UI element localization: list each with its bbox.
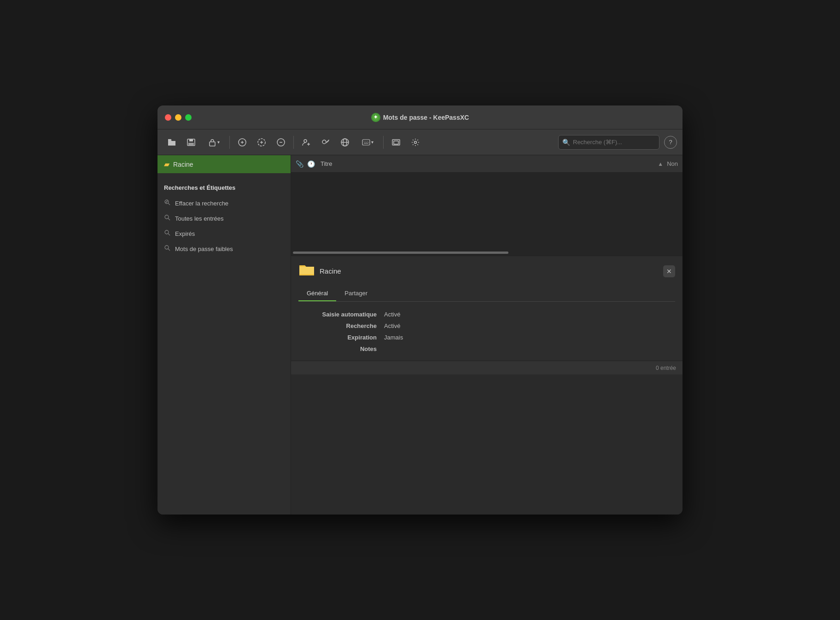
sidebar-item-expires[interactable]: Expirés bbox=[158, 226, 291, 241]
field-recherche: Recherche Activé bbox=[298, 322, 675, 329]
sidebar-item-effacer[interactable]: Effacer la recherche bbox=[158, 196, 291, 211]
tab-partager[interactable]: Partager bbox=[336, 286, 376, 301]
screenshot-button[interactable] bbox=[387, 134, 405, 151]
svg-rect-2 bbox=[188, 143, 194, 145]
field-notes: Notes bbox=[298, 345, 675, 352]
non-col-header: Non bbox=[667, 160, 678, 167]
svg-point-7 bbox=[304, 140, 307, 142]
group-detail-panel: Racine ✕ Général Partager bbox=[291, 256, 682, 361]
lock-db-button[interactable]: ▾ bbox=[202, 134, 226, 151]
main-area: ▰ Racine Recherches et Étiquettes Efface… bbox=[158, 155, 682, 515]
field-expiration: Expiration Jamais bbox=[298, 334, 675, 341]
help-button[interactable]: ? bbox=[664, 136, 677, 149]
recherche-label: Recherche bbox=[298, 322, 377, 329]
minimize-button[interactable] bbox=[175, 114, 181, 121]
field-saisie: Saisie automatique Activé bbox=[298, 311, 675, 318]
search-clear-icon bbox=[164, 199, 171, 208]
sidebar-item-faibles-label: Mots de passe faibles bbox=[175, 246, 233, 252]
expiration-label: Expiration bbox=[298, 334, 377, 341]
search-expired-icon bbox=[164, 229, 171, 238]
search-input[interactable] bbox=[573, 139, 651, 146]
sort-icon: ▲ bbox=[658, 161, 663, 167]
recherche-value: Activé bbox=[384, 322, 400, 329]
group-detail-title: Racine bbox=[320, 267, 659, 275]
saisie-value: Activé bbox=[384, 311, 400, 318]
sidebar-item-faibles[interactable]: Mots de passe faibles bbox=[158, 241, 291, 257]
group-detail-tabs: Général Partager bbox=[298, 286, 675, 302]
web-button[interactable] bbox=[336, 134, 354, 151]
settings-button[interactable] bbox=[407, 134, 424, 151]
svg-rect-13 bbox=[394, 141, 398, 144]
expiration-value: Jamais bbox=[384, 334, 403, 341]
title-text: ✦ Mots de passe - KeePassXC bbox=[371, 113, 469, 122]
maximize-button[interactable] bbox=[185, 114, 192, 121]
horizontal-scrollbar[interactable] bbox=[293, 252, 508, 254]
racine-folder-icon: ▰ bbox=[164, 160, 169, 169]
key-button[interactable] bbox=[317, 134, 334, 151]
close-button[interactable] bbox=[165, 114, 171, 121]
svg-rect-3 bbox=[210, 142, 215, 146]
sidebar-racine-item[interactable]: ▰ Racine bbox=[158, 155, 291, 173]
sidebar-item-effacer-label: Effacer la recherche bbox=[175, 200, 228, 207]
delete-entry-button[interactable] bbox=[272, 134, 290, 151]
window-controls bbox=[165, 114, 192, 121]
tab-general[interactable]: Général bbox=[298, 286, 336, 301]
svg-point-16 bbox=[165, 215, 169, 219]
group-detail-header: Racine ✕ bbox=[298, 263, 675, 280]
group-detail-close-button[interactable]: ✕ bbox=[663, 265, 675, 277]
search-box[interactable]: 🔍 bbox=[558, 135, 659, 150]
search-all-icon bbox=[164, 214, 171, 223]
add-user-button[interactable] bbox=[298, 134, 315, 151]
svg-point-8 bbox=[322, 140, 326, 144]
separator-3 bbox=[383, 136, 384, 149]
window-title: Mots de passe - KeePassXC bbox=[383, 114, 469, 121]
status-text: 0 entrée bbox=[656, 365, 676, 371]
separator-2 bbox=[293, 136, 294, 149]
time-col-icon: 🕐 bbox=[307, 160, 315, 168]
sidebar-item-expires-label: Expirés bbox=[175, 230, 195, 237]
edit-entry-button[interactable] bbox=[253, 134, 270, 151]
sidebar: ▰ Racine Recherches et Étiquettes Efface… bbox=[158, 155, 291, 515]
notes-label: Notes bbox=[298, 345, 377, 352]
keyboard-button[interactable]: ▾ bbox=[356, 134, 379, 151]
main-window: ✦ Mots de passe - KeePassXC ▾ bbox=[158, 105, 682, 515]
separator-1 bbox=[229, 136, 230, 149]
title-bar: ✦ Mots de passe - KeePassXC bbox=[158, 105, 682, 129]
title-col-header: Titre bbox=[321, 160, 654, 167]
toolbar: ▾ bbox=[158, 129, 682, 155]
svg-point-18 bbox=[165, 246, 169, 249]
sidebar-section-label: Recherches et Étiquettes bbox=[158, 173, 291, 196]
sidebar-item-toutes-label: Toutes les entrées bbox=[175, 215, 224, 222]
group-folder-icon bbox=[298, 263, 315, 280]
save-db-button[interactable] bbox=[182, 134, 200, 151]
entry-list-area bbox=[291, 173, 682, 256]
entry-list-header: 📎 🕐 Titre ▲ Non bbox=[291, 155, 682, 173]
attachment-col-icon: 📎 bbox=[296, 160, 303, 168]
status-bar: 0 entrée bbox=[291, 361, 682, 374]
add-entry-button[interactable] bbox=[233, 134, 251, 151]
search-weak-icon bbox=[164, 245, 171, 253]
detail-fields: Saisie automatique Activé Recherche Acti… bbox=[298, 309, 675, 354]
svg-rect-1 bbox=[189, 139, 193, 141]
search-icon: 🔍 bbox=[562, 139, 570, 146]
svg-point-14 bbox=[414, 141, 417, 143]
svg-point-17 bbox=[165, 230, 169, 234]
sidebar-racine-label: Racine bbox=[173, 161, 193, 168]
open-db-button[interactable] bbox=[163, 134, 181, 151]
saisie-label: Saisie automatique bbox=[298, 311, 377, 318]
app-icon: ✦ bbox=[371, 113, 380, 122]
sidebar-item-toutes[interactable]: Toutes les entrées bbox=[158, 211, 291, 226]
right-panel: 📎 🕐 Titre ▲ Non bbox=[291, 155, 682, 515]
